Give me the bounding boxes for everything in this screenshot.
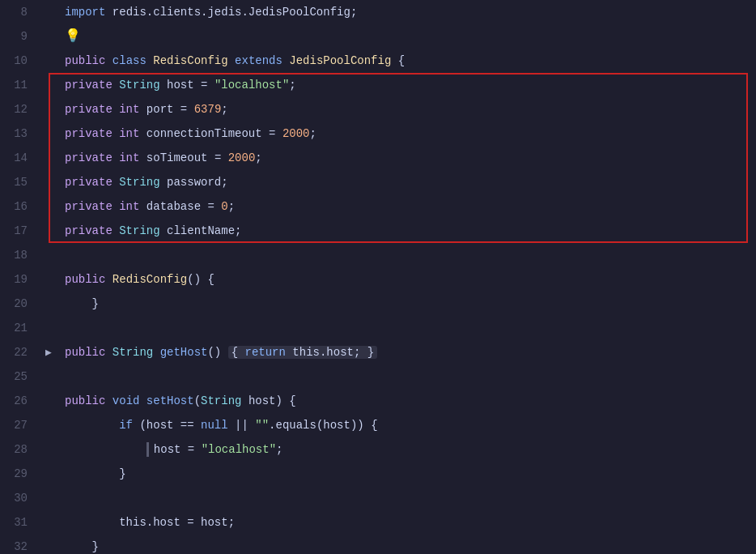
line-num-26: 26 bbox=[0, 389, 40, 413]
line-content-12: private int port = 6379; bbox=[57, 97, 756, 121]
line-num-21: 21 bbox=[0, 316, 40, 340]
code-line-21: 21 bbox=[0, 316, 756, 340]
line-num-12: 12 bbox=[0, 97, 40, 121]
line-num-18: 18 bbox=[0, 243, 40, 267]
line-content-8: import redis.clients.jedis.JedisPoolConf… bbox=[57, 0, 756, 24]
code-line-18: 18 bbox=[0, 243, 756, 267]
line-content-20: } bbox=[57, 292, 756, 316]
line-num-25: 25 bbox=[0, 364, 40, 389]
line-num-14: 14 bbox=[0, 146, 40, 170]
code-line-9: 9 💡 bbox=[0, 24, 756, 49]
line-num-19: 19 bbox=[0, 267, 40, 292]
code-line-15: 15 private String password; bbox=[0, 170, 756, 194]
code-line-30: 30 bbox=[0, 486, 756, 510]
line-content-28: host = "localhost"; bbox=[57, 437, 756, 462]
line-content-16: private int database = 0; bbox=[57, 194, 756, 219]
code-area: 8 import redis.clients.jedis.JedisPoolCo… bbox=[0, 0, 756, 554]
code-line-25: 25 bbox=[0, 364, 756, 389]
line-content-11: private String host = "localhost"; bbox=[57, 73, 756, 97]
line-content-27: if (host == null || "".equals(host)) { bbox=[57, 413, 756, 437]
line-content-32: } bbox=[57, 535, 756, 554]
code-line-32: 32 } bbox=[0, 535, 756, 554]
line-num-15: 15 bbox=[0, 170, 40, 194]
line-content-9: 💡 bbox=[57, 24, 756, 49]
line-content-17: private String clientName; bbox=[57, 219, 756, 243]
line-num-8: 8 bbox=[0, 0, 40, 24]
selection-group: 11 private String host = "localhost"; 12… bbox=[0, 73, 756, 243]
arrow-22: ▶ bbox=[40, 346, 57, 359]
code-line-13: 13 private int connectionTimeout = 2000; bbox=[0, 121, 756, 146]
line-num-27: 27 bbox=[0, 413, 40, 437]
code-line-27: 27 if (host == null || "".equals(host)) … bbox=[0, 413, 756, 437]
code-line-29: 29 } bbox=[0, 462, 756, 486]
code-line-14: 14 private int soTimeout = 2000; bbox=[0, 146, 756, 170]
code-line-22: 22 ▶ public String getHost() { return th… bbox=[0, 340, 756, 364]
line-content-22: public String getHost() { return this.ho… bbox=[57, 340, 756, 364]
code-line-10: 10 public class RedisConfig extends Jedi… bbox=[0, 49, 756, 73]
code-line-31: 31 this.host = host; bbox=[0, 510, 756, 535]
code-editor: 8 import redis.clients.jedis.JedisPoolCo… bbox=[0, 0, 756, 554]
line-content-15: private String password; bbox=[57, 170, 756, 194]
line-num-32: 32 bbox=[0, 535, 40, 554]
code-line-19: 19 public RedisConfig() { bbox=[0, 267, 756, 292]
line-num-28: 28 bbox=[0, 437, 40, 462]
line-num-31: 31 bbox=[0, 510, 40, 535]
line-num-10: 10 bbox=[0, 49, 40, 73]
line-content-13: private int connectionTimeout = 2000; bbox=[57, 121, 756, 146]
line-content-10: public class RedisConfig extends JedisPo… bbox=[57, 49, 756, 73]
line-content-19: public RedisConfig() { bbox=[57, 267, 756, 292]
code-line-28: 28 host = "localhost"; bbox=[0, 437, 756, 462]
code-line-17: 17 private String clientName; bbox=[0, 219, 756, 243]
line-content-29: } bbox=[57, 462, 756, 486]
code-line-20: 20 } bbox=[0, 292, 756, 316]
line-num-9: 9 bbox=[0, 24, 40, 49]
code-line-11: 11 private String host = "localhost"; bbox=[0, 73, 756, 97]
line-num-17: 17 bbox=[0, 219, 40, 243]
lightbulb-icon: 💡 bbox=[65, 29, 81, 44]
line-content-31: this.host = host; bbox=[57, 510, 756, 535]
line-num-20: 20 bbox=[0, 292, 40, 316]
line-content-14: private int soTimeout = 2000; bbox=[57, 146, 756, 170]
line-num-30: 30 bbox=[0, 486, 40, 510]
line-num-29: 29 bbox=[0, 462, 40, 486]
line-content-26: public void setHost(String host) { bbox=[57, 389, 756, 413]
code-line-8: 8 import redis.clients.jedis.JedisPoolCo… bbox=[0, 0, 756, 24]
code-line-12: 12 private int port = 6379; bbox=[0, 97, 756, 121]
line-num-11: 11 bbox=[0, 73, 40, 97]
code-line-26: 26 public void setHost(String host) { bbox=[0, 389, 756, 413]
code-line-16: 16 private int database = 0; bbox=[0, 194, 756, 219]
line-num-13: 13 bbox=[0, 121, 40, 146]
line-num-16: 16 bbox=[0, 194, 40, 219]
line-num-22: 22 bbox=[0, 340, 40, 364]
